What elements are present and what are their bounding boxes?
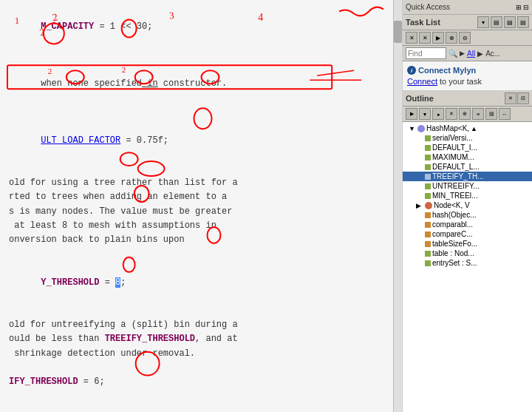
connect-mylyn-section: i Connect Mylyn Connect to your task <box>403 61 532 91</box>
inner-class-icon <box>425 202 432 209</box>
connect-desc: to your task <box>440 77 482 86</box>
outline-toolbar-btn[interactable]: ▼ <box>419 108 431 120</box>
expand-placeholder <box>416 250 423 257</box>
expand-placeholder <box>416 221 423 229</box>
code-line: s is many nodes. The value must be great… <box>9 205 393 219</box>
find-separator: ▶ <box>460 50 465 57</box>
field-icon-selected <box>425 174 431 180</box>
tree-label: DEFAULT_I... <box>432 143 477 152</box>
expand-placeholder <box>416 260 423 267</box>
tree-item-tablesize[interactable]: tableSizeFo... <box>403 239 532 249</box>
outline-title: Outline <box>406 94 434 103</box>
code-line-treeify: Y_THRESHOLD = 8; <box>9 261 393 304</box>
code-line <box>9 304 393 318</box>
tree-item-maximum[interactable]: MAXIMUM... <box>403 152 532 162</box>
quick-access-icons: ⊞ ⊟ <box>516 4 529 11</box>
right-panel: Quick Access ⊞ ⊟ Task List ▾ ▤ ▤ ▤ ✕ ✕ ▶… <box>403 0 532 412</box>
tree-label: comparabl... <box>432 220 473 229</box>
tree-label: tableSizeFo... <box>432 240 477 248</box>
outline-toolbar-btn[interactable]: ↔ <box>499 108 511 120</box>
find-scope-icon: 🔍 <box>449 50 457 58</box>
method-icon <box>425 212 431 218</box>
code-line <box>9 49 393 63</box>
task-toolbar-btn[interactable]: ✕ <box>406 32 417 44</box>
outline-toolbar-btn[interactable]: ▤ <box>485 108 497 120</box>
tree-label: Node<K, V <box>434 201 470 209</box>
info-icon: i <box>407 66 416 75</box>
toolbar-icon[interactable]: ⊞ <box>516 4 522 11</box>
expand-icon[interactable]: ▼ <box>409 125 416 132</box>
task-list-title: Task List <box>406 18 440 27</box>
find-input[interactable] <box>406 47 446 59</box>
tree-item-default-i[interactable]: DEFAULT_I... <box>403 143 532 152</box>
expand-placeholder <box>416 173 423 180</box>
field-icon <box>425 145 431 151</box>
outline-toolbar-btn[interactable]: ● <box>432 108 444 120</box>
code-line: ULT_LOAD_FACTOR = 0.75f; <box>9 120 393 163</box>
tree-label: hash(Objec... <box>432 211 476 219</box>
method-icon <box>425 232 431 237</box>
connect-mylyn-title: i Connect Mylyn <box>407 66 528 75</box>
code-line: M_CAPACITY = 1 << 30; <box>9 6 393 49</box>
code-line: onversion back to plain bins upon <box>9 233 393 247</box>
tree-item-default-l[interactable]: DEFAULT_L... <box>403 162 532 172</box>
task-list-icon-btn[interactable]: ▤ <box>491 16 502 28</box>
outline-toolbar-btn[interactable]: ⊕ <box>459 108 471 120</box>
connect-mylyn-desc: Connect to your task <box>407 77 528 86</box>
task-toolbar-btn[interactable]: ▶ <box>432 32 444 44</box>
outline-icon-btn[interactable]: ✕ <box>505 92 516 104</box>
tree-item-comparable[interactable]: comparabl... <box>403 220 532 229</box>
field-icon <box>425 193 431 199</box>
outline-icon-btn[interactable]: ⊟ <box>517 92 529 104</box>
find-bar: 🔍 ▶ All ▶ Ac... <box>403 46 532 61</box>
tree-item-serial[interactable]: serialVersi... <box>403 133 532 143</box>
outline-toolbar-btn[interactable]: ▶ <box>406 108 417 120</box>
expand-icon[interactable]: ▶ <box>416 202 423 209</box>
tree-item-untreeify[interactable]: UNTREEIFY... <box>403 181 532 191</box>
task-list-icon-btn[interactable]: ▤ <box>504 16 516 28</box>
tree-item-compare-c[interactable]: compareC... <box>403 229 532 239</box>
task-toolbar-btn[interactable]: ⊕ <box>446 32 457 44</box>
tree-item-hash[interactable]: hash(Objec... <box>403 210 532 220</box>
quick-access-bar: Quick Access ⊞ ⊟ <box>403 0 532 15</box>
tree-item-node[interactable]: ▶ Node<K, V <box>403 200 532 210</box>
task-list-header-icons: ▾ ▤ ▤ ▤ <box>477 16 529 28</box>
outline-tree[interactable]: ▼ HashMap<K, ▲ serialVersi... DEFAULT_I.… <box>403 122 532 412</box>
task-list-icon-btn[interactable]: ▤ <box>517 16 529 28</box>
expand-placeholder <box>416 154 423 161</box>
outline-toolbar-btn[interactable]: ✕ <box>446 108 457 120</box>
scroll-indicator: ▲ <box>471 125 477 132</box>
task-toolbar-row: ✕ ✕ ▶ ⊕ ⊖ <box>403 30 532 46</box>
find-separator2: ▶ <box>477 50 483 58</box>
tree-item-table[interactable]: table : Nod... <box>403 249 532 258</box>
code-editor[interactable]: M_CAPACITY = 1 << 30; when none specifie… <box>0 0 403 412</box>
find-ac-label: Ac... <box>485 50 500 58</box>
tree-item-min-treei[interactable]: MIN_TREEI... <box>403 191 532 200</box>
expand-placeholder <box>416 135 423 142</box>
tree-item-entryset[interactable]: entrySet : S... <box>403 258 532 268</box>
tree-label: UNTREEIFY... <box>432 182 480 190</box>
class-icon <box>417 125 425 132</box>
scrollbar-thumb[interactable] <box>394 21 402 43</box>
expand-placeholder <box>416 144 423 152</box>
task-toolbar-btn[interactable]: ⊖ <box>459 32 471 44</box>
expand-placeholder <box>416 240 423 248</box>
code-content: M_CAPACITY = 1 << 30; when none specifie… <box>0 0 402 395</box>
task-list-icon-btn[interactable]: ▾ <box>477 16 489 28</box>
code-line: rted to trees when adding an element to … <box>9 190 393 204</box>
tree-label: serialVersi... <box>432 134 472 142</box>
code-line <box>9 162 393 176</box>
find-all-label[interactable]: All <box>467 50 475 58</box>
expand-placeholder <box>416 183 423 190</box>
tree-item-hashmap[interactable]: ▼ HashMap<K, ▲ <box>403 124 532 133</box>
task-toolbar-btn[interactable]: ✕ <box>419 32 431 44</box>
code-scrollbar[interactable] <box>393 0 402 412</box>
connect-link[interactable]: Connect <box>407 77 437 86</box>
outline-header-icons: ✕ ⊟ <box>505 92 529 104</box>
tree-item-treeify[interactable]: TREEIFY_TH... <box>403 172 532 181</box>
code-line <box>9 105 393 119</box>
field-icon <box>425 155 431 161</box>
toolbar-icon[interactable]: ⊟ <box>523 4 529 11</box>
outline-toolbar-btn[interactable]: ≡ <box>472 108 484 120</box>
outline-toolbar: ▶ ▼ ● ✕ ⊕ ≡ ▤ ↔ <box>403 107 532 122</box>
